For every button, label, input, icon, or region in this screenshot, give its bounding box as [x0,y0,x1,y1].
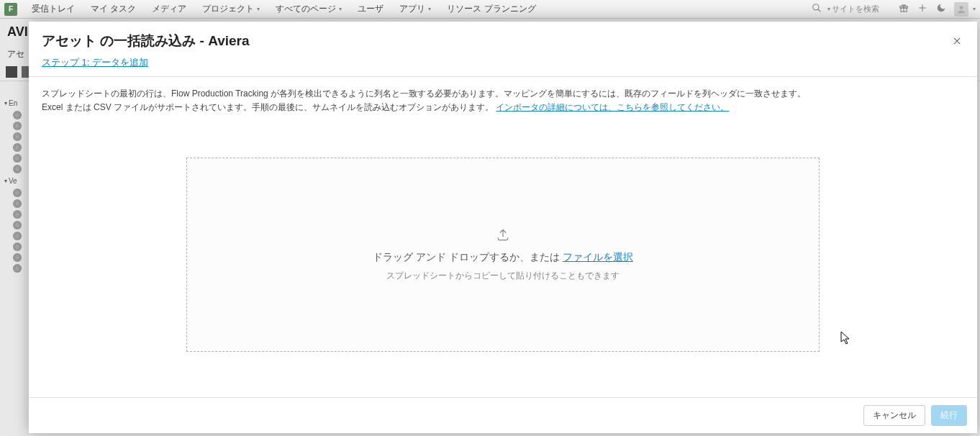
search-scope-chevron[interactable]: ▾ [827,6,830,12]
asset-row-icon[interactable] [13,242,22,251]
asset-row-icon[interactable] [13,210,22,219]
nav-all-pages[interactable]: すべてのページ ▾ [268,0,349,18]
asset-row-icon[interactable] [13,132,22,141]
asset-row-icon[interactable] [13,189,22,197]
search-icon[interactable] [807,3,826,15]
moon-icon[interactable] [933,3,950,15]
step-tabs: ステップ 1: データを追加 [29,56,977,77]
view-list-icon[interactable] [6,66,17,78]
side-panel: ▾En ▾Ve [0,98,29,275]
group-label: Ve [9,177,17,185]
file-dropzone[interactable]: ドラッグ アンド ドロップするか、または ファイルを選択 スプレッドシートからコ… [186,158,820,352]
nav-my-tasks[interactable]: マイ タスク [83,0,143,18]
nav-media[interactable]: メディア [145,0,194,18]
description-line-2: Excel または CSV ファイルがサポートされています。手順の最後に、サムネ… [42,101,964,114]
modal-header: アセット の一括読み込み - Aviera [29,22,977,56]
upload-icon [496,227,510,244]
nav-projects-label: プロジェクト [202,3,254,15]
asset-row-icon[interactable] [13,253,22,262]
continue-button[interactable]: 続行 [931,405,967,426]
group-header[interactable]: ▾Ve [0,176,29,186]
cancel-button[interactable]: キャンセル [863,405,925,426]
svg-point-7 [960,6,963,9]
dropzone-prefix: ドラッグ アンド ドロップするか、または [373,251,563,263]
asset-row-icon[interactable] [13,199,22,208]
asset-row-icon[interactable] [13,111,22,119]
importer-docs-link[interactable]: インポータの詳細については、こちらを参照してください。 [496,102,729,112]
group-header[interactable]: ▾En [0,98,29,109]
asset-row-icon[interactable] [13,264,22,273]
user-avatar[interactable] [954,2,968,17]
asset-row-icon[interactable] [13,232,22,240]
modal-footer: キャンセル 続行 [29,397,977,433]
asset-row-icon[interactable] [13,143,22,152]
search-input[interactable]: サイトを検索 [832,4,894,14]
asset-row-icon[interactable] [13,154,22,163]
dropzone-text: ドラッグ アンド ドロップするか、または ファイルを選択 [373,251,633,264]
nav-projects[interactable]: プロジェクト ▾ [195,0,267,18]
app-logo[interactable]: F [4,3,17,16]
close-button[interactable] [950,34,964,48]
asset-row-icon[interactable] [13,221,22,230]
svg-point-0 [813,4,819,10]
chevron-down-icon: ▾ [339,6,342,12]
modal-title: アセット の一括読み込み - Aviera [42,32,950,50]
plus-icon[interactable] [914,3,931,15]
nav-inbox[interactable]: 受信トレイ [24,0,82,18]
nav-apps-label: アプリ [399,3,425,15]
step-1-tab[interactable]: ステップ 1: データを追加 [42,57,148,69]
nav-resource-planning[interactable]: リソース プランニング [440,0,543,18]
asset-row-icon[interactable] [13,122,22,130]
import-modal: アセット の一括読み込み - Aviera ステップ 1: データを追加 スプレ… [29,22,977,433]
chevron-down-icon: ▾ [257,6,260,12]
modal-body: スプレッドシートの最初の行は、Flow Production Tracking … [29,77,977,397]
user-menu-chevron[interactable]: ▾ [973,6,976,12]
chevron-down-icon: ▾ [428,6,431,12]
asset-row-icon[interactable] [13,165,22,173]
svg-line-1 [818,9,821,12]
dropzone-hint: スプレッドシートからコピーして貼り付けることもできます [386,270,620,282]
top-nav: F 受信トレイ マイ タスク メディア プロジェクト ▾ すべてのページ ▾ ユ… [0,0,980,19]
nav-apps[interactable]: アプリ ▾ [392,0,438,18]
nav-all-pages-label: すべてのページ [276,3,336,15]
description-text: Excel または CSV ファイルがサポートされています。手順の最後に、サムネ… [42,102,494,112]
choose-file-link[interactable]: ファイルを選択 [563,251,633,263]
group-label: En [9,99,17,107]
gift-icon[interactable] [895,3,912,15]
description-line-1: スプレッドシートの最初の行は、Flow Production Tracking … [42,87,964,101]
nav-users[interactable]: ユーザ [350,0,391,18]
